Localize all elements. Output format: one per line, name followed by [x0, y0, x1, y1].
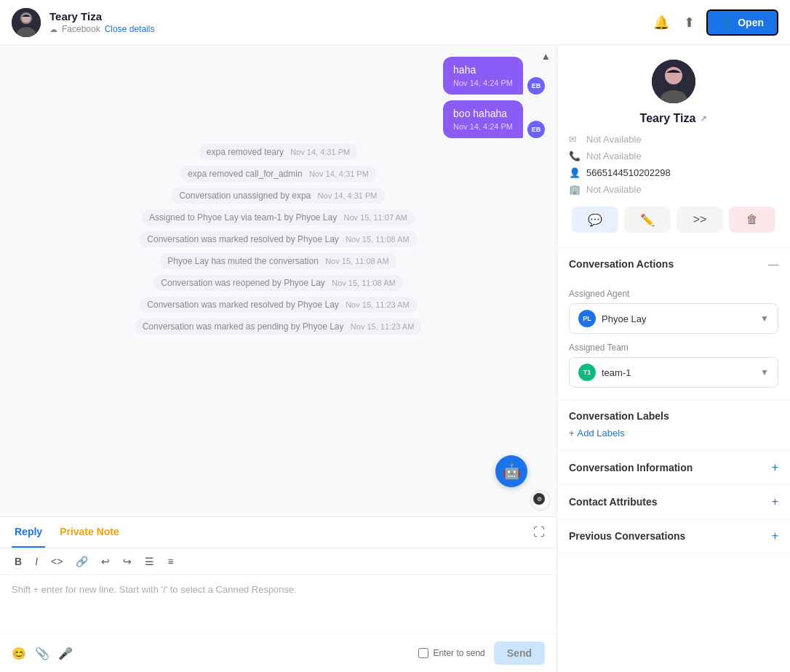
undo-button[interactable]: ↩	[98, 554, 113, 569]
expand-editor-button[interactable]: ⛶	[533, 526, 545, 539]
external-link-icon[interactable]: ↗	[700, 113, 707, 124]
attachment-button[interactable]: 📎	[35, 647, 49, 660]
send-button[interactable]: Send	[494, 641, 545, 665]
emoji-button[interactable]: 😊	[12, 647, 26, 660]
email-icon: ✉	[569, 134, 580, 145]
system-message-3: Conversation unassigned by expa Nov 14, …	[12, 188, 545, 204]
add-labels-text: Add Labels	[578, 428, 625, 439]
bubble-outgoing-1: haha Nov 14, 4:24 PM	[443, 57, 523, 95]
code-button[interactable]: <>	[48, 554, 65, 569]
system-text-6: Phyoe Lay has muted the conversation Nov…	[160, 253, 396, 269]
scroll-top-button[interactable]: ▲	[541, 51, 551, 62]
system-message-5: Conversation was marked resolved by Phyo…	[12, 231, 545, 247]
editor-toolbar: B I <> 🔗 ↩ ↪ ☰ ≡	[0, 548, 556, 575]
previous-conversations-toggle: +	[772, 529, 778, 543]
conversation-actions-toggle: —	[768, 258, 778, 270]
add-labels-button[interactable]: + Add Labels	[569, 428, 625, 439]
system-message-2: expa removed call_for_admin Nov 14, 4:31…	[12, 166, 545, 182]
contact-avatar	[652, 60, 695, 103]
conversation-information-section[interactable]: Conversation Information +	[557, 451, 790, 485]
editor-body[interactable]: Shift + enter for new line. Start with '…	[0, 575, 556, 633]
contact-attributes-section[interactable]: Contact Attributes +	[557, 485, 790, 519]
ordered-list-button[interactable]: ≡	[164, 554, 176, 569]
system-text-7: Conversation was reopened by Phyoe Lay N…	[153, 275, 402, 291]
message-outgoing-1: haha Nov 14, 4:24 PM EB	[12, 57, 545, 95]
link-button[interactable]: 🔗	[73, 554, 91, 569]
tab-private-note[interactable]: Private Note	[57, 517, 122, 548]
conversation-information-title: Conversation Information	[569, 462, 693, 473]
italic-button[interactable]: I	[32, 554, 41, 569]
team-select[interactable]: T1 team-1 ▼	[569, 357, 778, 388]
open-label: Open	[738, 17, 764, 28]
reply-tabs: Reply Private Note ⛶	[0, 517, 556, 548]
system-text-4: Assigned to Phyoe Lay via team-1 by Phyo…	[142, 209, 415, 225]
agent-select-left: PL Phyoe Lay	[578, 310, 646, 327]
tab-reply[interactable]: Reply	[12, 517, 45, 548]
reply-area: Reply Private Note ⛶ B I <> 🔗 ↩ ↪ ☰ ≡ Sh…	[0, 516, 556, 672]
mute-button[interactable]: 🔔	[650, 12, 672, 33]
system-time-2: Nov 14, 4:31 PM	[309, 169, 369, 178]
uid-icon: 👤	[569, 167, 580, 178]
assigned-team-label: Assigned Team	[569, 343, 778, 353]
contact-email: Not Available	[586, 134, 642, 145]
chat-action-button[interactable]: 💬	[572, 207, 618, 233]
system-message-7: Conversation was reopened by Phyoe Lay N…	[12, 275, 545, 291]
delete-action-button[interactable]: 🗑	[729, 207, 775, 233]
editor-footer: 😊 📎 🎤 Enter to send Send	[0, 633, 556, 672]
system-time-1: Nov 14, 4:31 PM	[290, 148, 350, 156]
enter-to-send-checkbox[interactable]	[418, 648, 428, 658]
share-button[interactable]: ⬆	[681, 12, 698, 33]
bubble-outgoing-2: boo hahaha Nov 14, 4:24 PM	[443, 100, 523, 138]
system-time-7: Nov 15, 11:08 AM	[332, 279, 395, 287]
contact-company: Not Available	[586, 184, 642, 195]
agent-select[interactable]: PL Phyoe Lay ▼	[569, 303, 778, 334]
bold-button[interactable]: B	[12, 554, 25, 569]
team-select-left: T1 team-1	[578, 364, 631, 381]
open-button[interactable]: 👤 Open	[706, 9, 778, 36]
contact-name-header: Teary Tiza	[49, 10, 650, 23]
messages-container[interactable]: ▲ haha Nov 14, 4:24 PM EB boo hahaha Nov…	[0, 45, 556, 516]
conversation-information-toggle: +	[772, 461, 778, 474]
system-time-3: Nov 14, 4:31 PM	[318, 191, 378, 200]
enter-to-send-label[interactable]: Enter to send	[418, 648, 484, 658]
system-message-8: Conversation was marked resolved by Phyo…	[12, 297, 545, 313]
phone-icon: 📞	[569, 151, 580, 161]
redo-button[interactable]: ↪	[120, 554, 135, 569]
plus-icon: +	[569, 428, 575, 439]
conversation-labels-section: Conversation Labels + Add Labels	[557, 400, 790, 451]
open-icon: 👤	[721, 17, 733, 28]
system-text-9: Conversation was marked as pending by Ph…	[135, 319, 422, 335]
audio-button[interactable]: 🎤	[58, 647, 73, 660]
contact-attributes-toggle: +	[772, 495, 778, 508]
contact-phone-row: 📞 Not Available	[569, 151, 778, 161]
labels-title: Conversation Labels	[569, 410, 669, 422]
header-actions: 🔔 ⬆ 👤 Open	[650, 9, 778, 36]
contact-phone: Not Available	[586, 151, 642, 161]
system-message-6: Phyoe Lay has muted the conversation Nov…	[12, 253, 545, 269]
chat-area: ▲ haha Nov 14, 4:24 PM EB boo hahaha Nov…	[0, 45, 557, 672]
conversation-actions-body: Assigned Agent PL Phyoe Lay ▼ Assigned T…	[557, 289, 790, 399]
contact-uid-row: 👤 5665144510202298	[569, 167, 778, 178]
platform-label: Facebook	[62, 24, 100, 34]
conversation-actions-section: Conversation Actions — Assigned Agent PL…	[557, 248, 790, 400]
system-time-5: Nov 15, 11:08 AM	[346, 235, 409, 244]
contact-card: Teary Tiza ↗ ✉ Not Available 📞 Not Avail…	[557, 45, 790, 248]
header-meta: ☁ Facebook Close details	[49, 24, 650, 34]
svg-point-5	[665, 67, 682, 84]
edit-action-button[interactable]: ✏️	[624, 207, 671, 233]
close-details-link[interactable]: Close details	[105, 24, 155, 34]
contact-action-buttons: 💬 ✏️ >> 🗑	[569, 207, 778, 233]
sender-avatar-2: EB	[527, 121, 545, 138]
editor-placeholder: Shift + enter for new line. Start with '…	[12, 584, 545, 595]
contact-company-row: 🏢 Not Available	[569, 184, 778, 195]
contact-name-row: Teary Tiza ↗	[569, 112, 778, 125]
previous-conversations-section[interactable]: Previous Conversations +	[557, 519, 790, 553]
assigned-agent-label: Assigned Agent	[569, 289, 778, 299]
labels-header: Conversation Labels	[569, 400, 778, 428]
system-time-6: Nov 15, 11:08 AM	[325, 257, 388, 265]
conversation-actions-title: Conversation Actions	[569, 258, 674, 270]
sender-avatar-1: EB	[527, 77, 545, 95]
forward-action-button[interactable]: >>	[677, 207, 723, 233]
conversation-actions-header[interactable]: Conversation Actions —	[557, 248, 790, 280]
unordered-list-button[interactable]: ☰	[142, 554, 157, 569]
